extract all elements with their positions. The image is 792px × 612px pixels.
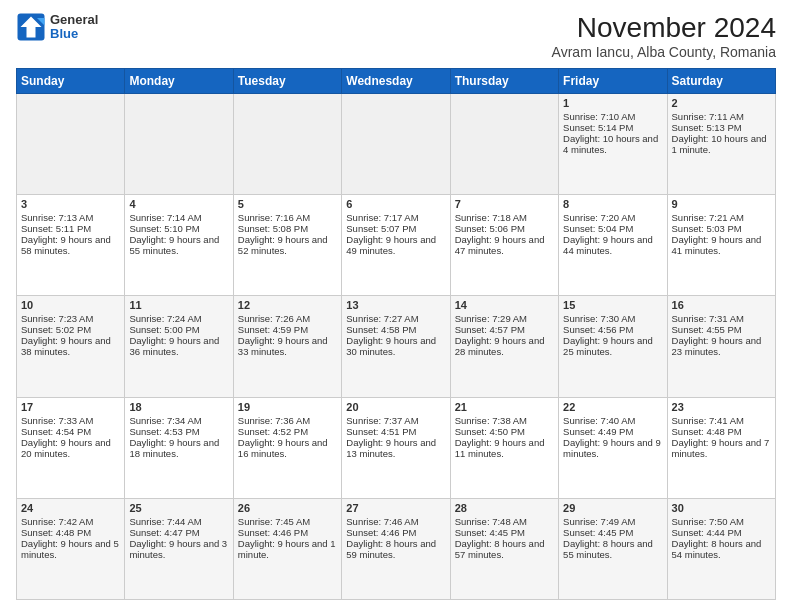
daylight-text: Daylight: 9 hours and 7 minutes. (672, 437, 771, 459)
sunrise-text: Sunrise: 7:37 AM (346, 415, 445, 426)
daylight-text: Daylight: 10 hours and 4 minutes. (563, 133, 662, 155)
calendar-header-tuesday: Tuesday (233, 69, 341, 94)
calendar-cell: 28Sunrise: 7:48 AMSunset: 4:45 PMDayligh… (450, 498, 558, 599)
sunrise-text: Sunrise: 7:46 AM (346, 516, 445, 527)
day-number: 9 (672, 198, 771, 210)
sunset-text: Sunset: 5:10 PM (129, 223, 228, 234)
sunset-text: Sunset: 4:59 PM (238, 324, 337, 335)
sunrise-text: Sunrise: 7:18 AM (455, 212, 554, 223)
sunset-text: Sunset: 5:04 PM (563, 223, 662, 234)
calendar-cell: 11Sunrise: 7:24 AMSunset: 5:00 PMDayligh… (125, 296, 233, 397)
daylight-text: Daylight: 8 hours and 55 minutes. (563, 538, 662, 560)
daylight-text: Daylight: 9 hours and 41 minutes. (672, 234, 771, 256)
calendar-cell: 15Sunrise: 7:30 AMSunset: 4:56 PMDayligh… (559, 296, 667, 397)
day-number: 16 (672, 299, 771, 311)
calendar-cell (125, 94, 233, 195)
day-number: 18 (129, 401, 228, 413)
daylight-text: Daylight: 9 hours and 13 minutes. (346, 437, 445, 459)
day-number: 19 (238, 401, 337, 413)
day-number: 23 (672, 401, 771, 413)
sunrise-text: Sunrise: 7:21 AM (672, 212, 771, 223)
sunrise-text: Sunrise: 7:24 AM (129, 313, 228, 324)
sunset-text: Sunset: 4:48 PM (672, 426, 771, 437)
day-number: 26 (238, 502, 337, 514)
sunrise-text: Sunrise: 7:44 AM (129, 516, 228, 527)
calendar-cell: 23Sunrise: 7:41 AMSunset: 4:48 PMDayligh… (667, 397, 775, 498)
logo-icon (16, 12, 46, 42)
sunset-text: Sunset: 4:50 PM (455, 426, 554, 437)
page-subtitle: Avram Iancu, Alba County, Romania (552, 44, 776, 60)
calendar-cell: 20Sunrise: 7:37 AMSunset: 4:51 PMDayligh… (342, 397, 450, 498)
sunrise-text: Sunrise: 7:26 AM (238, 313, 337, 324)
day-number: 7 (455, 198, 554, 210)
calendar-header-wednesday: Wednesday (342, 69, 450, 94)
calendar-cell: 17Sunrise: 7:33 AMSunset: 4:54 PMDayligh… (17, 397, 125, 498)
sunrise-text: Sunrise: 7:50 AM (672, 516, 771, 527)
sunset-text: Sunset: 4:58 PM (346, 324, 445, 335)
day-number: 10 (21, 299, 120, 311)
sunset-text: Sunset: 5:02 PM (21, 324, 120, 335)
daylight-text: Daylight: 9 hours and 49 minutes. (346, 234, 445, 256)
daylight-text: Daylight: 8 hours and 54 minutes. (672, 538, 771, 560)
sunrise-text: Sunrise: 7:14 AM (129, 212, 228, 223)
sunrise-text: Sunrise: 7:45 AM (238, 516, 337, 527)
calendar-table: SundayMondayTuesdayWednesdayThursdayFrid… (16, 68, 776, 600)
daylight-text: Daylight: 9 hours and 36 minutes. (129, 335, 228, 357)
sunset-text: Sunset: 4:52 PM (238, 426, 337, 437)
calendar-row-4: 24Sunrise: 7:42 AMSunset: 4:48 PMDayligh… (17, 498, 776, 599)
daylight-text: Daylight: 9 hours and 55 minutes. (129, 234, 228, 256)
calendar-cell: 7Sunrise: 7:18 AMSunset: 5:06 PMDaylight… (450, 195, 558, 296)
calendar-cell: 14Sunrise: 7:29 AMSunset: 4:57 PMDayligh… (450, 296, 558, 397)
day-number: 21 (455, 401, 554, 413)
sunset-text: Sunset: 5:06 PM (455, 223, 554, 234)
calendar-header-sunday: Sunday (17, 69, 125, 94)
day-number: 20 (346, 401, 445, 413)
calendar-header-monday: Monday (125, 69, 233, 94)
day-number: 3 (21, 198, 120, 210)
sunrise-text: Sunrise: 7:40 AM (563, 415, 662, 426)
daylight-text: Daylight: 10 hours and 1 minute. (672, 133, 771, 155)
calendar-cell: 30Sunrise: 7:50 AMSunset: 4:44 PMDayligh… (667, 498, 775, 599)
calendar-cell: 19Sunrise: 7:36 AMSunset: 4:52 PMDayligh… (233, 397, 341, 498)
sunset-text: Sunset: 5:00 PM (129, 324, 228, 335)
day-number: 29 (563, 502, 662, 514)
day-number: 8 (563, 198, 662, 210)
daylight-text: Daylight: 9 hours and 9 minutes. (563, 437, 662, 459)
sunset-text: Sunset: 5:08 PM (238, 223, 337, 234)
daylight-text: Daylight: 9 hours and 1 minute. (238, 538, 337, 560)
day-number: 11 (129, 299, 228, 311)
logo: General Blue (16, 12, 98, 42)
day-number: 4 (129, 198, 228, 210)
sunset-text: Sunset: 5:13 PM (672, 122, 771, 133)
daylight-text: Daylight: 9 hours and 25 minutes. (563, 335, 662, 357)
calendar-cell: 21Sunrise: 7:38 AMSunset: 4:50 PMDayligh… (450, 397, 558, 498)
sunset-text: Sunset: 4:49 PM (563, 426, 662, 437)
daylight-text: Daylight: 9 hours and 58 minutes. (21, 234, 120, 256)
calendar-cell: 10Sunrise: 7:23 AMSunset: 5:02 PMDayligh… (17, 296, 125, 397)
daylight-text: Daylight: 9 hours and 20 minutes. (21, 437, 120, 459)
day-number: 1 (563, 97, 662, 109)
calendar-cell: 13Sunrise: 7:27 AMSunset: 4:58 PMDayligh… (342, 296, 450, 397)
sunrise-text: Sunrise: 7:27 AM (346, 313, 445, 324)
calendar-header-saturday: Saturday (667, 69, 775, 94)
sunset-text: Sunset: 4:51 PM (346, 426, 445, 437)
calendar-cell: 3Sunrise: 7:13 AMSunset: 5:11 PMDaylight… (17, 195, 125, 296)
calendar-cell: 25Sunrise: 7:44 AMSunset: 4:47 PMDayligh… (125, 498, 233, 599)
daylight-text: Daylight: 8 hours and 59 minutes. (346, 538, 445, 560)
calendar-cell: 4Sunrise: 7:14 AMSunset: 5:10 PMDaylight… (125, 195, 233, 296)
sunrise-text: Sunrise: 7:10 AM (563, 111, 662, 122)
sunrise-text: Sunrise: 7:11 AM (672, 111, 771, 122)
sunrise-text: Sunrise: 7:41 AM (672, 415, 771, 426)
calendar-header-row: SundayMondayTuesdayWednesdayThursdayFrid… (17, 69, 776, 94)
calendar-cell: 8Sunrise: 7:20 AMSunset: 5:04 PMDaylight… (559, 195, 667, 296)
calendar-row-3: 17Sunrise: 7:33 AMSunset: 4:54 PMDayligh… (17, 397, 776, 498)
day-number: 30 (672, 502, 771, 514)
sunrise-text: Sunrise: 7:33 AM (21, 415, 120, 426)
daylight-text: Daylight: 9 hours and 3 minutes. (129, 538, 228, 560)
day-number: 14 (455, 299, 554, 311)
day-number: 13 (346, 299, 445, 311)
calendar-cell: 26Sunrise: 7:45 AMSunset: 4:46 PMDayligh… (233, 498, 341, 599)
sunset-text: Sunset: 5:11 PM (21, 223, 120, 234)
calendar-cell (450, 94, 558, 195)
sunset-text: Sunset: 4:46 PM (238, 527, 337, 538)
